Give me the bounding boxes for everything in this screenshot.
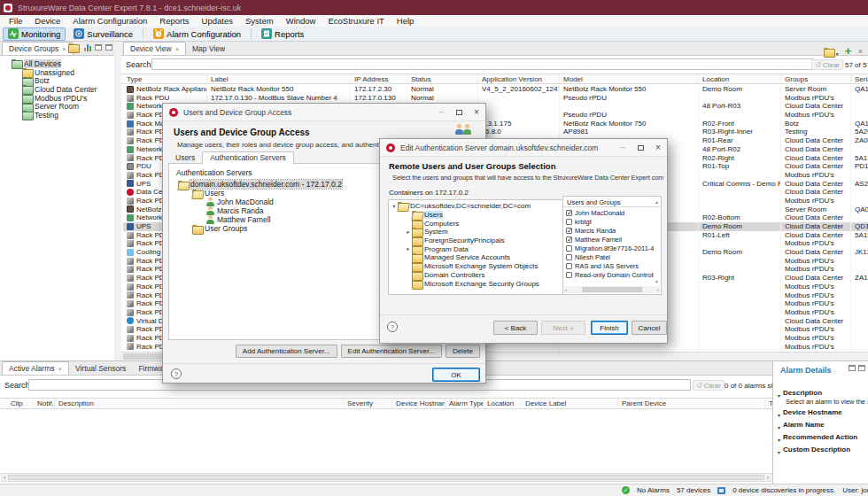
edit-authentication-server-button[interactable]: Edit Authentication Server...: [341, 345, 442, 358]
tree-item[interactable]: DC=uksoftdev,DC=schneider,DC=com: [389, 202, 591, 211]
column-header[interactable]: Description: [55, 399, 344, 408]
column-header[interactable]: Location: [484, 399, 522, 408]
column-header[interactable]: Model: [560, 74, 699, 83]
checkbox[interactable]: [566, 245, 572, 252]
details-section-header[interactable]: Custom Description: [778, 445, 868, 454]
menu-item[interactable]: Help: [391, 16, 421, 26]
column-header[interactable]: Type: [123, 74, 207, 83]
column-header[interactable]: Serial Number: [851, 74, 868, 83]
menu-item[interactable]: Updates: [196, 16, 239, 26]
back-button[interactable]: < Back: [493, 321, 538, 335]
scrollbar-thumb[interactable]: [8, 475, 763, 480]
tree-item[interactable]: Users: [389, 211, 591, 220]
horizontal-scrollbar[interactable]: ‹›: [564, 286, 660, 293]
list-item[interactable]: RAS and IAS Servers: [564, 261, 654, 270]
maximize-icon[interactable]: [450, 104, 468, 120]
device-group-item[interactable]: Botz: [0, 76, 114, 85]
column-header[interactable]: Notif...: [34, 399, 55, 408]
column-header[interactable]: Status: [407, 74, 478, 83]
dialog-title-bar[interactable]: Edit Authentication Server domain.uksoft…: [380, 139, 667, 157]
tab-device-groups[interactable]: Device Groups ×: [2, 42, 74, 55]
minimize-icon[interactable]: –: [432, 104, 450, 120]
perspective-surveillance-button[interactable]: Surveillance: [68, 27, 138, 41]
tree-item[interactable]: ForeignSecurityPrincipals: [389, 236, 591, 245]
tab-authentication-servers[interactable]: Authentication Servers: [202, 151, 294, 164]
tree-item[interactable]: System: [389, 228, 591, 236]
expander-icon[interactable]: [405, 229, 412, 236]
table-row[interactable]: Rack PDU 172.17.0.130 - ModBus Slave Num…: [123, 94, 868, 103]
device-group-item[interactable]: Unassigned: [0, 68, 114, 77]
perspective-alarm-configuration-button[interactable]: Alarm Configuration: [148, 27, 246, 41]
expander-icon[interactable]: [405, 245, 412, 252]
column-header[interactable]: Application Version: [478, 74, 560, 83]
list-item[interactable]: krbtgt: [564, 217, 654, 226]
panel-sash[interactable]: [114, 42, 121, 360]
checkbox[interactable]: [566, 236, 572, 243]
dialog-title-bar[interactable]: Users and Device Group Access – ×: [163, 104, 485, 121]
ok-button[interactable]: OK: [432, 368, 480, 382]
column-header[interactable]: Location: [699, 74, 781, 83]
chart-icon[interactable]: [84, 44, 91, 51]
scroll-up-icon[interactable]: ▲: [655, 199, 659, 205]
clear-button[interactable]: ↺Clear: [693, 380, 725, 391]
checkbox[interactable]: [566, 219, 572, 225]
menu-item[interactable]: Window: [280, 16, 322, 26]
tree-item[interactable]: Computers: [389, 219, 591, 228]
close-icon[interactable]: ×: [175, 45, 179, 53]
column-header[interactable]: Device Hostname: [392, 399, 446, 408]
add-icon[interactable]: +: [845, 47, 852, 56]
folder-icon[interactable]: [68, 43, 78, 51]
tree-item[interactable]: Managed Service Accounts: [389, 253, 591, 262]
column-header[interactable]: Clip: [7, 399, 34, 408]
clear-button[interactable]: ↺Clear: [811, 59, 843, 70]
scroll-right-icon[interactable]: ›: [657, 287, 659, 292]
folder-menu-icon[interactable]: ▾: [824, 43, 839, 59]
column-header[interactable]: Parent Device: [618, 399, 765, 408]
minimize-icon[interactable]: –: [614, 139, 632, 156]
scrollbar-thumb[interactable]: [582, 287, 642, 292]
menu-item[interactable]: System: [239, 16, 280, 26]
column-header[interactable]: Alarm Type: [446, 399, 484, 408]
scroll-left-icon[interactable]: ‹: [565, 287, 567, 292]
cancel-button[interactable]: Cancel: [632, 321, 667, 335]
tab-virtual-sensors[interactable]: Virtual Sensors: [69, 361, 132, 375]
add-authentication-server-button[interactable]: Add Authentication Server...: [236, 345, 337, 358]
scroll-right-icon[interactable]: ›: [767, 475, 769, 481]
column-header[interactable]: Device Label: [522, 399, 618, 408]
checkbox[interactable]: [566, 210, 572, 216]
tab-active-alarms[interactable]: Active Alarms ×: [2, 361, 69, 375]
list-item[interactable]: Matthew Farnell: [564, 235, 654, 244]
column-header[interactable]: IP Address: [351, 74, 407, 83]
delete-button[interactable]: Delete: [446, 345, 480, 358]
maximize-icon[interactable]: [632, 139, 649, 156]
tree-item[interactable]: Microsoft Exchange Security Groups: [389, 279, 591, 288]
checkbox[interactable]: [566, 263, 572, 269]
menu-item[interactable]: EcoStruxure IT: [322, 16, 390, 26]
device-search-input[interactable]: [151, 58, 813, 70]
perspective-monitoring-button[interactable]: Monitoring: [3, 27, 66, 41]
help-icon[interactable]: ?: [171, 368, 182, 379]
tree-item[interactable]: Domain Controllers: [389, 271, 591, 280]
minimize-icon[interactable]: [95, 44, 102, 50]
details-section-header[interactable]: Description: [778, 388, 868, 398]
help-icon[interactable]: ?: [387, 322, 398, 332]
tree-item[interactable]: Program Data: [389, 244, 591, 253]
device-group-item[interactable]: All Devices: [0, 59, 114, 68]
column-header[interactable]: Label: [207, 74, 351, 83]
checkbox[interactable]: [566, 228, 572, 234]
scroll-left-icon[interactable]: ‹: [4, 475, 5, 481]
list-item[interactable]: John MacDonald: [564, 208, 654, 217]
maximize-icon[interactable]: [858, 365, 865, 371]
list-item[interactable]: Migration.8f3e7716-2011-43e4-: [564, 244, 654, 252]
details-section-header[interactable]: Alarm Name: [778, 420, 868, 430]
scroll-down-icon[interactable]: ▼: [655, 279, 659, 284]
list-item[interactable]: Nilesh Patel: [564, 252, 654, 261]
checkbox[interactable]: [566, 272, 572, 278]
tree-item[interactable]: Microsoft Exchange System Objects: [389, 262, 591, 271]
menu-item[interactable]: Alarm Configuration: [66, 16, 153, 26]
list-header[interactable]: Users and Groups: [563, 197, 661, 207]
horizontal-scrollbar[interactable]: ‹›: [1, 473, 771, 482]
column-header[interactable]: Groups: [781, 74, 851, 83]
minimize-icon[interactable]: [849, 365, 856, 371]
close-icon[interactable]: ×: [468, 104, 485, 120]
